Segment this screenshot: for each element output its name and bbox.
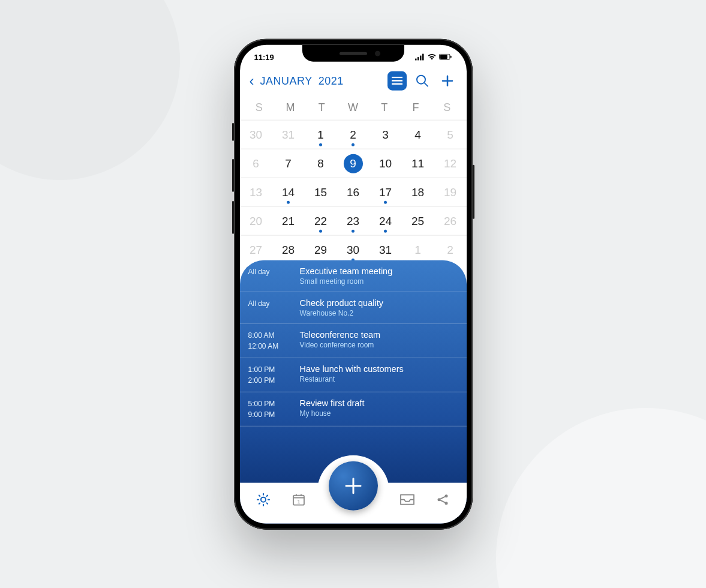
svg-rect-5 bbox=[440, 55, 447, 58]
day-number: 9 bbox=[344, 154, 363, 173]
calendar-day[interactable]: 6 bbox=[240, 149, 272, 178]
svg-line-21 bbox=[259, 496, 260, 496]
year-label: 2021 bbox=[319, 74, 344, 87]
camera bbox=[375, 50, 380, 56]
calendar-day[interactable]: 1 bbox=[402, 235, 434, 264]
list-view-button[interactable] bbox=[387, 71, 407, 91]
calendar-day[interactable]: 15 bbox=[305, 178, 337, 206]
event-item[interactable]: 1:00 PM2:00 PMHave lunch with customersR… bbox=[240, 358, 467, 392]
wifi-icon bbox=[427, 53, 437, 61]
svg-line-11 bbox=[424, 83, 428, 86]
day-number: 4 bbox=[414, 128, 421, 141]
plus-icon bbox=[343, 475, 364, 497]
calendar-day[interactable]: 17 bbox=[369, 178, 402, 206]
calendar-day[interactable]: 19 bbox=[434, 178, 467, 206]
month-year-label[interactable]: JANUARY 2021 bbox=[260, 74, 344, 87]
event-title: Teleconference team bbox=[300, 330, 458, 340]
calendar-day[interactable]: 1 bbox=[305, 120, 337, 149]
event-indicator bbox=[352, 230, 354, 233]
app-header: ‹ JANUARY 2021 bbox=[240, 69, 467, 97]
day-number: 31 bbox=[379, 243, 392, 256]
add-button[interactable] bbox=[438, 71, 457, 91]
calendar-day[interactable]: 22 bbox=[305, 206, 337, 235]
add-event-fab[interactable] bbox=[329, 461, 378, 511]
event-indicator bbox=[384, 201, 387, 204]
calendar-day[interactable]: 2 bbox=[337, 120, 369, 149]
search-button[interactable] bbox=[413, 71, 432, 91]
event-location: Restaurant bbox=[300, 375, 458, 383]
calendar-day[interactable]: 3 bbox=[369, 120, 402, 149]
day-number: 24 bbox=[379, 214, 392, 227]
event-time: 1:00 PM2:00 PM bbox=[248, 364, 300, 386]
calendar-day[interactable]: 9 bbox=[337, 149, 369, 178]
svg-rect-9 bbox=[392, 83, 402, 85]
calendar-day[interactable]: 16 bbox=[337, 178, 369, 206]
svg-rect-2 bbox=[420, 56, 422, 61]
calendar-day[interactable]: 8 bbox=[305, 149, 337, 178]
today-button[interactable] bbox=[256, 492, 271, 508]
volume-button bbox=[232, 159, 234, 192]
calendar-day[interactable]: 14 bbox=[272, 178, 305, 206]
calendar-day[interactable]: 31 bbox=[272, 120, 305, 149]
phone-notch bbox=[302, 45, 404, 62]
svg-rect-3 bbox=[422, 54, 424, 61]
svg-rect-0 bbox=[415, 59, 417, 61]
share-button[interactable] bbox=[435, 492, 450, 508]
calendar-day[interactable]: 30 bbox=[337, 235, 369, 264]
calendar-day[interactable]: 13 bbox=[240, 178, 272, 206]
sun-icon bbox=[256, 493, 271, 507]
calendar-day[interactable]: 30 bbox=[240, 120, 272, 149]
day-number: 19 bbox=[444, 185, 456, 199]
calendar-day[interactable]: 31 bbox=[369, 235, 402, 264]
calendar-grid: 3031123456789101112131415161718192021222… bbox=[240, 120, 467, 264]
weekday-label: S bbox=[244, 101, 275, 114]
calendar-day[interactable]: 10 bbox=[369, 149, 402, 178]
search-icon bbox=[416, 74, 429, 88]
event-location: Video conference room bbox=[300, 341, 458, 349]
calendar-day[interactable]: 4 bbox=[402, 120, 434, 149]
calendar-day[interactable]: 2 bbox=[434, 235, 467, 264]
event-time: 8:00 AM12:00 AM bbox=[248, 330, 300, 352]
day-number: 1 bbox=[414, 243, 421, 256]
event-location: Small meeting room bbox=[300, 277, 458, 286]
day-number: 18 bbox=[411, 185, 424, 199]
back-button[interactable]: ‹ bbox=[250, 73, 254, 89]
event-indicator bbox=[319, 143, 322, 146]
event-indicator bbox=[352, 143, 354, 146]
calendar-day[interactable]: 18 bbox=[402, 178, 434, 206]
calendar-day[interactable]: 24 bbox=[369, 206, 402, 235]
day-number: 5 bbox=[447, 128, 453, 141]
inbox-button[interactable] bbox=[399, 492, 415, 508]
calendar-day[interactable]: 27 bbox=[240, 235, 272, 264]
day-number: 10 bbox=[379, 157, 392, 170]
calendar-day[interactable]: 12 bbox=[434, 149, 467, 178]
calendar-day[interactable]: 26 bbox=[434, 206, 467, 235]
event-title: Check product quality bbox=[300, 298, 458, 308]
event-indicator bbox=[319, 230, 322, 233]
background-decoration bbox=[496, 408, 706, 588]
phone-frame: 11:19 ‹ JANUARY 2021 SMTWT bbox=[234, 39, 473, 530]
svg-line-23 bbox=[259, 503, 260, 503]
event-item[interactable]: All dayExecutive team meetingSmall meeti… bbox=[240, 260, 467, 292]
event-title: Review first draft bbox=[300, 398, 458, 408]
fab-container bbox=[317, 455, 389, 497]
weekday-label: W bbox=[337, 101, 368, 114]
day-number: 8 bbox=[317, 157, 324, 170]
events-list: All dayExecutive team meetingSmall meeti… bbox=[240, 260, 467, 524]
calendar-day[interactable]: 5 bbox=[434, 120, 467, 149]
weekday-label: S bbox=[431, 101, 462, 114]
event-item[interactable]: All dayCheck product qualityWarehouse No… bbox=[240, 292, 467, 324]
calendar-day[interactable]: 11 bbox=[402, 149, 434, 178]
calendar-day[interactable]: 28 bbox=[272, 235, 305, 264]
calendar-button[interactable]: 1 bbox=[291, 492, 307, 508]
event-item[interactable]: 8:00 AM12:00 AMTeleconference teamVideo … bbox=[240, 324, 467, 358]
calendar-day[interactable]: 25 bbox=[402, 206, 434, 235]
day-number: 13 bbox=[250, 185, 262, 199]
calendar-day[interactable]: 23 bbox=[337, 206, 369, 235]
day-number: 26 bbox=[444, 214, 456, 227]
calendar-day[interactable]: 20 bbox=[240, 206, 272, 235]
calendar-day[interactable]: 7 bbox=[272, 149, 305, 178]
event-item[interactable]: 5:00 PM9:00 PMReview first draftMy house bbox=[240, 392, 467, 427]
calendar-day[interactable]: 21 bbox=[272, 206, 305, 235]
calendar-day[interactable]: 29 bbox=[305, 235, 337, 264]
